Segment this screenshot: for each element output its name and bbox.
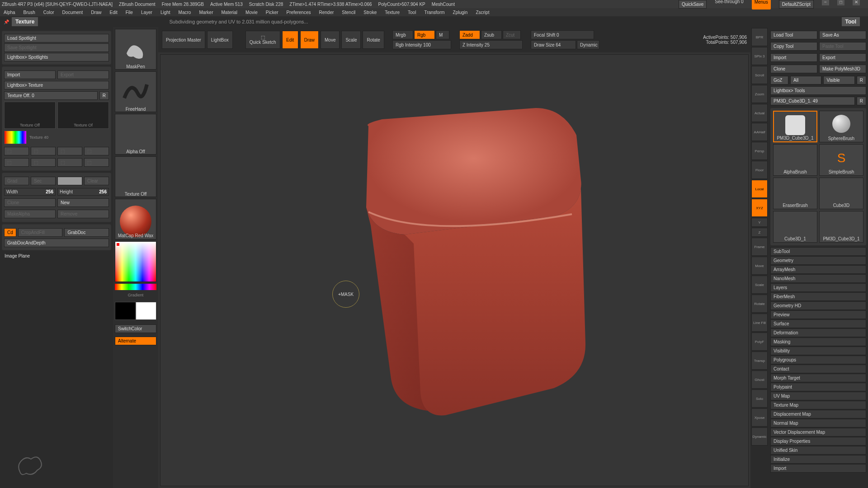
tool-item-1[interactable]: SphereBrush xyxy=(819,111,863,142)
defaultscript-button[interactable]: DefaultZScript xyxy=(779,0,814,9)
section-displacementmap[interactable]: Displacement Map xyxy=(770,410,866,418)
quicksketch-button[interactable]: ⬚Quick Sketch xyxy=(245,31,280,49)
solo-button[interactable]: Solo xyxy=(751,389,768,408)
texture-swatch-1[interactable]: Texture Off xyxy=(4,102,56,129)
lightbox-button[interactable]: LightBox xyxy=(207,31,233,49)
goz-button[interactable]: GoZ xyxy=(770,76,788,84)
section-vectordisplacement[interactable]: Vector Displacement Map xyxy=(770,428,866,436)
maximize-icon[interactable]: □ xyxy=(837,0,844,5)
section-preview[interactable]: Preview xyxy=(770,310,866,319)
zadd-button[interactable]: Zadd xyxy=(459,30,480,39)
mrgb-button[interactable]: Mrgb xyxy=(392,30,413,39)
menu-light[interactable]: Light xyxy=(160,10,170,15)
section-subtool[interactable]: SubTool xyxy=(770,247,866,256)
draw-size-slider[interactable]: Draw Size 64 xyxy=(531,40,576,49)
tool-clone-button[interactable]: Clone xyxy=(770,65,817,73)
import-button[interactable]: Import xyxy=(4,70,56,79)
main-button[interactable] xyxy=(57,177,82,185)
texture-off-label[interactable]: Texture Off. 0 xyxy=(4,91,98,100)
section-geometryhd[interactable]: Geometry HD xyxy=(770,301,866,310)
seethrough-slider[interactable]: See-through 0 xyxy=(715,0,743,9)
menu-zplugin[interactable]: Zplugin xyxy=(453,10,468,15)
actual-button[interactable]: Actual xyxy=(751,104,768,122)
section-uvmap[interactable]: UV Map xyxy=(770,392,866,400)
menu-alpha[interactable]: Alpha xyxy=(4,10,15,15)
scale-button[interactable]: Scale xyxy=(341,31,361,49)
hue-strip[interactable] xyxy=(115,284,156,290)
menu-stroke[interactable]: Stroke xyxy=(363,10,377,15)
scale-nav-button[interactable]: Scale xyxy=(751,276,768,294)
texture-swatch-2[interactable]: Texture Of xyxy=(57,102,109,129)
section-morphtarget[interactable]: Morph Target xyxy=(770,374,866,382)
section-arraymesh[interactable]: ArrayMesh xyxy=(770,265,866,274)
menus-button[interactable]: Menus xyxy=(752,0,771,9)
close-icon[interactable]: ✕ xyxy=(853,0,860,5)
bpr-button[interactable]: BPR xyxy=(751,28,768,46)
copy-tool-button[interactable]: Copy Tool xyxy=(770,42,817,51)
move-button[interactable]: Move xyxy=(321,31,340,49)
material-thumb[interactable]: MatCap Red Wax xyxy=(115,199,156,239)
lightbox-spotlights-button[interactable]: Lightbox> Spotlights xyxy=(4,53,109,61)
menu-render[interactable]: Render xyxy=(319,10,334,15)
load-spotlight-button[interactable]: Load Spotlight xyxy=(4,34,109,42)
menu-transform[interactable]: Transform xyxy=(424,10,444,15)
menu-zscript[interactable]: Zscript xyxy=(476,10,489,15)
tool-item-4[interactable]: EraserBrush xyxy=(773,178,817,209)
current-tool-name[interactable]: PM3D_Cube3D_1. 49 xyxy=(770,97,855,105)
aahalf-button[interactable]: AAHalf xyxy=(751,123,768,141)
menu-tool[interactable]: Tool xyxy=(408,10,416,15)
m-button[interactable]: M xyxy=(436,30,449,39)
tool-r-button[interactable]: R xyxy=(857,97,866,105)
menu-document[interactable]: Document xyxy=(62,10,83,15)
section-texturemap[interactable]: Texture Map xyxy=(770,401,866,409)
menu-brush[interactable]: Brush xyxy=(24,10,35,15)
imageplane-section[interactable]: Image Plane xyxy=(2,252,111,260)
section-import[interactable]: Import xyxy=(770,464,866,473)
panel-pin-icon[interactable]: 📌 xyxy=(4,19,9,24)
section-surface[interactable]: Surface xyxy=(770,319,866,328)
rgb-button[interactable]: Rgb xyxy=(414,30,435,39)
menu-layer[interactable]: Layer xyxy=(141,10,152,15)
cd-button[interactable]: Cd xyxy=(4,228,16,237)
frame-button[interactable]: Frame xyxy=(751,238,768,256)
tool-item-6[interactable]: Cube3D_1 xyxy=(773,211,817,243)
section-initialize[interactable]: Initialize xyxy=(770,455,866,464)
tool-item-0[interactable]: PM3D_Cube3D_1 xyxy=(773,111,817,142)
grabdoc-button[interactable]: GrabDoc xyxy=(64,228,109,237)
menu-preferences[interactable]: Preferences xyxy=(287,10,311,15)
viewport[interactable]: +MASK xyxy=(160,54,749,486)
grabdocanddepth-button[interactable]: GrabDocAndDepth xyxy=(4,239,109,247)
section-deformation[interactable]: Deformation xyxy=(770,328,866,337)
linefill-button[interactable]: Line Fill xyxy=(751,314,768,332)
width-value[interactable]: 256 xyxy=(46,189,53,194)
section-visibility[interactable]: Visibility xyxy=(770,347,866,355)
goz-r-button[interactable]: R xyxy=(857,76,866,84)
menu-movie[interactable]: Movie xyxy=(245,10,258,15)
ghost-button[interactable]: Ghost xyxy=(751,371,768,389)
lightbox-texture-button[interactable]: Lightbox> Texture xyxy=(4,81,109,89)
section-normalmap[interactable]: Normal Map xyxy=(770,419,866,427)
saveas-tool-button[interactable]: Save As xyxy=(819,31,866,39)
texture-thumb[interactable]: Texture Off xyxy=(115,156,156,197)
alternate-button[interactable]: Alternate xyxy=(115,337,156,345)
z-intensity-slider[interactable]: Z Intensity 25 xyxy=(459,40,523,49)
scroll-button[interactable]: Scroll xyxy=(751,66,768,84)
menu-marker[interactable]: Marker xyxy=(199,10,213,15)
persp-button[interactable]: Persp xyxy=(751,142,768,160)
zoom-button[interactable]: Zoom xyxy=(751,85,768,103)
height-value[interactable]: 256 xyxy=(99,189,107,194)
make-polymesh-button[interactable]: Make PolyMesh3D xyxy=(819,65,866,73)
stroke-thumb[interactable]: FreeHand xyxy=(115,71,156,112)
goz-all-button[interactable]: All xyxy=(790,76,821,84)
minimize-icon[interactable]: − xyxy=(822,0,829,5)
quicksave-button[interactable]: QuickSave xyxy=(679,0,707,9)
section-layers[interactable]: Layers xyxy=(770,283,866,292)
floor-button[interactable]: Floor xyxy=(751,161,768,179)
switchcolor-button[interactable]: SwitchColor xyxy=(115,324,156,333)
brush-thumb[interactable]: MaskPen xyxy=(115,29,156,70)
primary-color-swatch[interactable] xyxy=(136,302,156,320)
load-tool-button[interactable]: Load Tool xyxy=(770,31,817,39)
edit-button[interactable]: Edit xyxy=(282,31,298,49)
spix-button[interactable]: SPix 3 xyxy=(751,47,768,65)
tool-import-button[interactable]: Import xyxy=(770,53,817,62)
